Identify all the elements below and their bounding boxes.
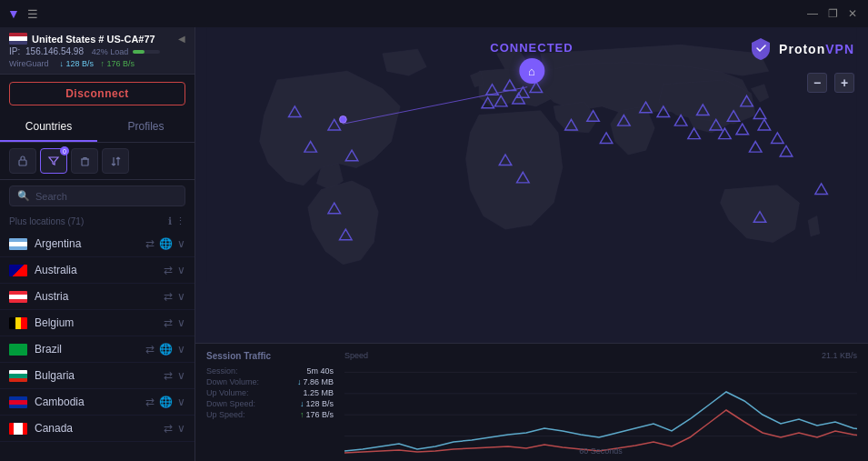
info-icon[interactable]: ℹ (168, 215, 172, 227)
country-actions-argentina: ⇄ 🌐 ∨ (145, 237, 185, 250)
filters: 0 (0, 143, 195, 180)
proton-logo: ProtonVPN (748, 36, 854, 62)
search-icon: 🔍 (17, 190, 30, 202)
globe-icon-argentina[interactable]: 🌐 (159, 237, 173, 250)
flag-cambodia (9, 396, 27, 408)
search-box: 🔍 (9, 185, 185, 206)
country-name-argentina: Argentina (35, 237, 138, 250)
server-chevron[interactable]: ◀ (178, 34, 185, 44)
flag-brazil (9, 344, 27, 356)
country-name-canada: Canada (35, 422, 156, 435)
titlebar-controls: — ❐ ✕ (804, 5, 861, 22)
connect-icon-belgium[interactable]: ⇄ (164, 316, 173, 329)
country-item-brazil[interactable]: Brazil ⇄ 🌐 ∨ (0, 336, 195, 363)
scroll-icon[interactable]: ⋮ (175, 215, 185, 227)
app-icon: ▼ (7, 6, 20, 21)
ip-row: IP: 156.146.54.98 42% Load (9, 46, 185, 56)
country-item-austria[interactable]: Austria ⇄ ∨ (0, 284, 195, 310)
svg-rect-1 (82, 159, 88, 165)
globe-icon-brazil[interactable]: 🌐 (159, 343, 173, 356)
flag-australia (9, 265, 27, 276)
zoom-controls: − + (807, 73, 854, 93)
traffic-panel: Session Traffic Session: 5m 40s Down Vol… (195, 343, 868, 461)
expand-icon-cambodia[interactable]: ∨ (177, 396, 185, 408)
search-input[interactable] (35, 191, 177, 202)
traffic-stats: Session Traffic Session: 5m 40s Down Vol… (206, 351, 334, 457)
traffic-chart-svg (344, 351, 857, 457)
flag-bulgaria (9, 370, 27, 382)
disconnect-button[interactable]: Disconnect (9, 82, 185, 105)
connect-icon-australia[interactable]: ⇄ (164, 264, 173, 276)
close-button[interactable]: ✕ (844, 5, 861, 22)
lock-icon (16, 155, 29, 167)
country-item-cambodia[interactable]: Cambodia ⇄ 🌐 ∨ (0, 389, 195, 416)
us-flag (9, 33, 27, 45)
chart-speed-label: Speed (344, 351, 368, 360)
country-item-bulgaria[interactable]: Bulgaria ⇄ ∨ (0, 363, 195, 389)
funnel-icon (47, 155, 60, 167)
tab-countries[interactable]: Countries (0, 113, 97, 142)
expand-icon-brazil[interactable]: ∨ (177, 343, 185, 356)
expand-icon-bulgaria[interactable]: ∨ (177, 369, 185, 382)
chart-max-label: 21.1 KB/s (822, 351, 857, 360)
country-item-belgium[interactable]: Belgium ⇄ ∨ (0, 310, 195, 336)
connected-status: CONNECTED ⌂ (490, 41, 573, 84)
tab-profiles[interactable]: Profiles (97, 113, 195, 142)
country-item-argentina[interactable]: Argentina ⇄ 🌐 ∨ (0, 231, 195, 257)
connect-icon-canada[interactable]: ⇄ (164, 422, 173, 435)
country-name-austria: Austria (35, 290, 156, 303)
filter-secure-btn[interactable] (9, 148, 36, 174)
expand-icon-australia[interactable]: ∨ (177, 264, 185, 276)
section-header: Plus locations (71) ℹ ⋮ (0, 212, 195, 231)
filter-badge: 0 (60, 146, 69, 155)
country-item-canada[interactable]: Canada ⇄ ∨ (0, 416, 195, 442)
chart-area: Speed 21.1 KB/s 60 Seconds (344, 351, 857, 457)
flag-austria (9, 291, 27, 303)
titlebar-left: ▼ ☰ (7, 6, 38, 21)
titlebar: ▼ ☰ — ❐ ✕ (0, 0, 868, 27)
menu-icon[interactable]: ☰ (27, 7, 38, 21)
svg-point-40 (340, 116, 347, 124)
filter-trash-btn[interactable] (71, 148, 98, 174)
connect-icon-bulgaria[interactable]: ⇄ (164, 369, 173, 382)
proton-text: ProtonVPN (779, 42, 854, 56)
country-actions-belgium: ⇄ ∨ (164, 316, 185, 329)
connected-label: CONNECTED (490, 41, 573, 55)
expand-icon-argentina[interactable]: ∨ (177, 237, 185, 250)
connect-icon-brazil[interactable]: ⇄ (145, 343, 155, 356)
minimize-button[interactable]: — (804, 5, 821, 22)
country-item-australia[interactable]: Australia ⇄ ∨ (0, 257, 195, 284)
filter-funnel-btn[interactable]: 0 (40, 148, 67, 174)
country-list: Argentina ⇄ 🌐 ∨ Australia ⇄ ∨ Austria (0, 231, 195, 461)
country-actions-bulgaria: ⇄ ∨ (164, 369, 185, 382)
expand-icon-austria[interactable]: ∨ (177, 290, 185, 303)
flag-argentina (9, 238, 27, 250)
maximize-button[interactable]: ❐ (824, 5, 841, 22)
globe-icon-cambodia[interactable]: 🌐 (159, 396, 173, 408)
section-label: Plus locations (71) (9, 216, 84, 226)
traffic-title: Session Traffic (206, 351, 334, 361)
trash-icon (79, 155, 91, 167)
filter-arrows-btn[interactable] (102, 148, 129, 174)
main-content: United States # US-CA#77 ◀ IP: 156.146.5… (0, 27, 868, 461)
svg-rect-0 (19, 160, 26, 165)
country-actions-canada: ⇄ ∨ (164, 422, 185, 435)
country-name-australia: Australia (35, 264, 156, 276)
load-fill (133, 50, 145, 54)
country-actions-cambodia: ⇄ 🌐 ∨ (145, 396, 185, 408)
chart-seconds-label: 60 Seconds (579, 446, 623, 456)
flag-belgium (9, 317, 27, 329)
flag-canada (9, 423, 27, 435)
expand-icon-belgium[interactable]: ∨ (177, 316, 185, 329)
expand-icon-canada[interactable]: ∨ (177, 422, 185, 435)
zoom-plus-button[interactable]: + (834, 73, 854, 93)
connect-icon-austria[interactable]: ⇄ (164, 290, 173, 303)
speed-down: ↓ 128 B/s (60, 59, 95, 68)
connect-icon-argentina[interactable]: ⇄ (145, 237, 155, 250)
country-name-bulgaria: Bulgaria (35, 369, 156, 382)
connect-icon-cambodia[interactable]: ⇄ (145, 396, 155, 408)
right-panel: ProtonVPN − + CONNECTED ⌂ (195, 27, 868, 461)
zoom-minus-button[interactable]: − (807, 73, 827, 93)
sidebar: United States # US-CA#77 ◀ IP: 156.146.5… (0, 27, 195, 461)
server-info: United States # US-CA#77 ◀ (9, 33, 185, 45)
